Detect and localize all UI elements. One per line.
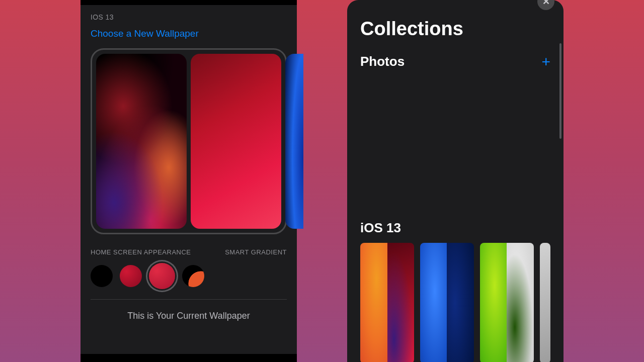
photos-section-header: Photos +: [360, 54, 550, 69]
top-bar: [80, 0, 297, 5]
photos-label: Photos: [360, 54, 405, 69]
wallpaper-preview-card[interactable]: [91, 48, 287, 234]
bottom-bar: [80, 354, 297, 362]
current-wallpaper-label: This is Your Current Wallpaper: [80, 300, 297, 321]
collections-panel: ✕ Collections Photos + iOS 13: [347, 0, 564, 362]
lock-screen-preview[interactable]: [96, 54, 187, 229]
close-button[interactable]: ✕: [537, 0, 554, 10]
thumb-dark-half: [447, 243, 473, 362]
swatch-wallpaper[interactable]: [182, 265, 204, 287]
thumb-light-half: [360, 243, 387, 362]
choose-new-wallpaper-link[interactable]: Choose a New Wallpaper: [91, 28, 287, 39]
thumb-dark-half: [387, 243, 414, 362]
home-screen-appearance-section: HOME SCREEN APPEARANCE SMART GRADIENT: [91, 248, 287, 300]
home-screen-appearance-label: HOME SCREEN APPEARANCE: [91, 248, 191, 256]
thumb-light-half: [480, 243, 507, 362]
smart-gradient-label: SMART GRADIENT: [225, 248, 287, 256]
wallpaper-thumb-grey-peek[interactable]: [540, 243, 550, 362]
thumb-dark-half: [507, 243, 533, 362]
category-label: IOS 13: [91, 13, 287, 21]
close-icon: ✕: [542, 0, 550, 7]
ios13-group-title: iOS 13: [360, 220, 550, 236]
ios13-thumbnails: [360, 243, 550, 362]
home-screen-preview[interactable]: [191, 54, 281, 229]
plus-icon: +: [541, 53, 550, 70]
add-photos-button[interactable]: +: [541, 54, 550, 69]
swatch-red-dark[interactable]: [120, 265, 142, 287]
wallpaper-settings-panel: IOS 13 Choose a New Wallpaper HOME SCREE…: [80, 0, 297, 362]
swatch-black[interactable]: [91, 265, 113, 287]
swatch-red-bright-selected[interactable]: [149, 263, 175, 289]
next-wallpaper-peek[interactable]: [285, 54, 303, 229]
appearance-swatches: [91, 263, 287, 289]
wallpaper-thumb-green[interactable]: [480, 243, 534, 362]
wallpaper-thumb-blue[interactable]: [420, 243, 474, 362]
thumb-light-half: [420, 243, 447, 362]
thumb-light-half: [540, 243, 550, 362]
wallpaper-thumb-red[interactable]: [360, 243, 414, 362]
collections-title: Collections: [360, 18, 550, 40]
